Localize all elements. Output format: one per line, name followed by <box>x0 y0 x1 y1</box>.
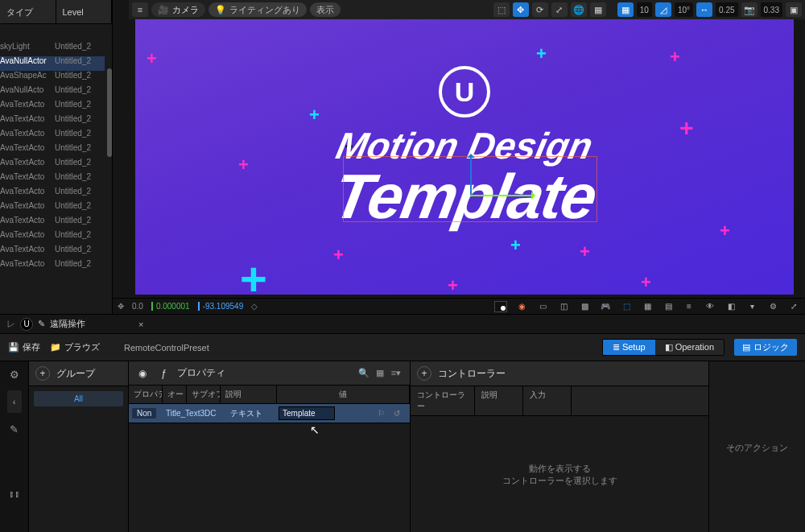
angle-snap-button[interactable]: ◿ <box>655 2 671 17</box>
tab-prefix: レ <box>6 318 15 330</box>
outliner-row[interactable]: AvaTextActoUntitled_2 <box>0 172 105 187</box>
color-wheel-icon[interactable]: ◉ <box>515 300 528 313</box>
prop-desc: テキスト <box>227 408 275 419</box>
col-owner[interactable]: オー <box>163 386 187 403</box>
col-description[interactable]: 説明 <box>221 386 277 403</box>
col-value[interactable]: 値 <box>277 386 410 403</box>
show-dropdown[interactable]: 表示 <box>310 2 341 17</box>
flag-icon[interactable]: ⚐ <box>374 409 390 418</box>
snap2-icon[interactable]: ▤ <box>662 300 675 313</box>
group-all[interactable]: All <box>34 391 123 406</box>
game-icon[interactable]: 🎮 <box>599 300 612 313</box>
checker-icon[interactable]: ▩ <box>578 300 591 313</box>
bounds-icon[interactable]: ⬚ <box>620 300 633 313</box>
add-group-button[interactable]: + <box>35 366 50 381</box>
add-controller-button[interactable]: + <box>417 366 431 381</box>
transform-icon[interactable]: ✥ <box>118 302 124 311</box>
visibility-icon[interactable]: 👁 <box>704 300 716 313</box>
outliner-row[interactable]: AvaTextActoUntitled_2 <box>0 216 105 230</box>
settings-dropdown-icon[interactable]: ▾ <box>745 300 758 313</box>
translate-gizmo-z[interactable] <box>470 155 472 195</box>
outliner-row[interactable]: AvaTextActoUntitled_2 <box>0 129 105 143</box>
grid-snap-value[interactable]: 10 <box>637 2 652 17</box>
logic-button[interactable]: ▤ ロジック <box>734 339 797 356</box>
color-picker-button[interactable] <box>494 301 507 312</box>
outliner-row[interactable]: AvaTextActoUntitled_2 <box>0 230 105 245</box>
filter-icon[interactable]: ≡▾ <box>389 367 403 380</box>
outliner-list[interactable]: skyLightUntitled_2AvaNullActorUntitled_2… <box>0 42 105 314</box>
guides-icon[interactable]: ≡ <box>683 300 696 313</box>
lighting-dropdown[interactable]: 💡 ライティングあり <box>208 2 307 17</box>
outliner-row[interactable]: skyLightUntitled_2 <box>0 42 105 56</box>
safe-frame-icon[interactable]: ▭ <box>536 300 549 313</box>
outliner-row[interactable]: AvaTextActoUntitled_2 <box>0 100 105 114</box>
setup-mode-button[interactable]: ≣ Setup <box>603 340 655 355</box>
brush-icon[interactable]: ✎ <box>6 421 23 437</box>
settings-icon[interactable]: ⚙ <box>6 366 23 382</box>
unreal-icon: U <box>20 318 33 331</box>
function-icon[interactable]: ƒ <box>156 368 171 379</box>
outliner-row[interactable]: AvaTextActoUntitled_2 <box>0 201 105 216</box>
remote-control-tab-label[interactable]: 遠隔操作 <box>50 318 85 330</box>
hamburger-icon[interactable]: ≡ <box>132 2 148 17</box>
camera-speed-button[interactable]: 📷 <box>741 2 758 17</box>
expand-icon[interactable]: ⤢ <box>787 300 800 313</box>
transform-x[interactable]: 0.0 <box>132 302 143 311</box>
preset-name[interactable]: RemoteControlPreset <box>124 343 209 353</box>
grid-snap-button[interactable]: ▦ <box>617 2 634 17</box>
outliner-row[interactable]: AvaTextActoUntitled_2 <box>0 158 105 172</box>
remote-control-tab-bar: レ U ✎ 遠隔操作 × <box>0 315 805 334</box>
outliner-row[interactable]: AvaTextActoUntitled_2 <box>0 245 105 259</box>
outliner-row[interactable]: AvaTextActoUntitled_2 <box>0 187 105 201</box>
outliner-row[interactable]: AvaTextActoUntitled_2 <box>0 259 105 274</box>
operation-mode-button[interactable]: ◧ Operation <box>655 340 724 355</box>
outliner-row[interactable]: AvaNullActorUntitled_2 <box>0 56 105 71</box>
transform-z[interactable]: -93.109549 <box>198 302 244 311</box>
outliner-scrollbar[interactable] <box>107 68 112 157</box>
ctrl-col-input[interactable]: 入力 <box>523 386 572 415</box>
col-suboffset[interactable]: サブオフ <box>187 386 221 403</box>
viewport[interactable]: U ... Motion Design Template + + + + + +… <box>135 19 794 295</box>
outliner-row[interactable]: AvaShapeAcUntitled_2 <box>0 71 105 85</box>
scale-snap-button[interactable]: ↔ <box>696 2 712 17</box>
expose-icon[interactable]: ◉ <box>135 368 150 379</box>
outliner-col-type[interactable]: タイプ <box>0 0 56 23</box>
outliner-row[interactable]: AvaNullActoUntitled_2 <box>0 85 105 100</box>
grid2-icon[interactable]: ▦ <box>641 300 654 313</box>
outliner-col-level[interactable]: Level <box>56 0 113 23</box>
scale-mode-button[interactable]: ⤢ <box>551 2 568 17</box>
ctrl-col-name[interactable]: コントローラー <box>411 386 475 415</box>
viewport-status-bar: ✥ 0.0 0.000001 -93.109549 ◇ ◉ ▭ ◫ ▩ 🎮 ⬚ … <box>113 298 805 314</box>
property-row[interactable]: Non Title_Text3DC テキスト ⚐ ↺ <box>129 404 410 423</box>
close-tab-button[interactable]: × <box>138 320 143 329</box>
surface-snap-button[interactable]: ▦ <box>590 2 606 17</box>
angle-snap-value[interactable]: 10° <box>675 2 693 17</box>
collapse-left-button[interactable]: ‹ <box>7 390 22 413</box>
mask-icon[interactable]: ◫ <box>557 300 570 313</box>
scale-snap-value[interactable]: 0.25 <box>716 2 737 17</box>
translate-mode-button[interactable]: ✥ <box>513 2 529 17</box>
isolate-icon[interactable]: ◧ <box>724 300 737 313</box>
maximize-viewport-button[interactable]: ▣ <box>786 2 802 17</box>
save-button[interactable]: 💾 保存 <box>8 341 40 353</box>
col-property[interactable]: プロパテ <box>129 386 163 403</box>
camera-speed-value[interactable]: 0.33 <box>761 2 782 17</box>
transform-y[interactable]: 0.000001 <box>151 302 190 311</box>
world-local-button[interactable]: 🌐 <box>571 2 587 17</box>
ctrl-col-desc[interactable]: 説明 <box>475 386 523 415</box>
select-mode-button[interactable]: ⬚ <box>493 2 510 17</box>
search-icon[interactable]: 🔍 <box>357 367 371 380</box>
prop-value-input[interactable] <box>279 406 335 420</box>
save-icon: 💾 <box>8 342 19 353</box>
keyframe-icon[interactable]: ◇ <box>251 302 258 311</box>
grid-view-icon[interactable]: ▦ <box>373 367 387 380</box>
browse-button[interactable]: 📁 ブラウズ <box>50 341 100 353</box>
reset-icon[interactable]: ↺ <box>390 409 410 418</box>
stats-icon[interactable]: ⫾⫾ <box>6 485 23 501</box>
rotate-mode-button[interactable]: ⟳ <box>532 2 548 17</box>
camera-dropdown[interactable]: 🎥 カメラ <box>151 2 205 17</box>
gear-icon[interactable]: ⚙ <box>766 300 779 313</box>
outliner-row[interactable]: AvaTextActoUntitled_2 <box>0 114 105 129</box>
outliner-row[interactable]: AvaTextActoUntitled_2 <box>0 143 105 158</box>
translate-gizmo-x[interactable] <box>470 195 535 196</box>
